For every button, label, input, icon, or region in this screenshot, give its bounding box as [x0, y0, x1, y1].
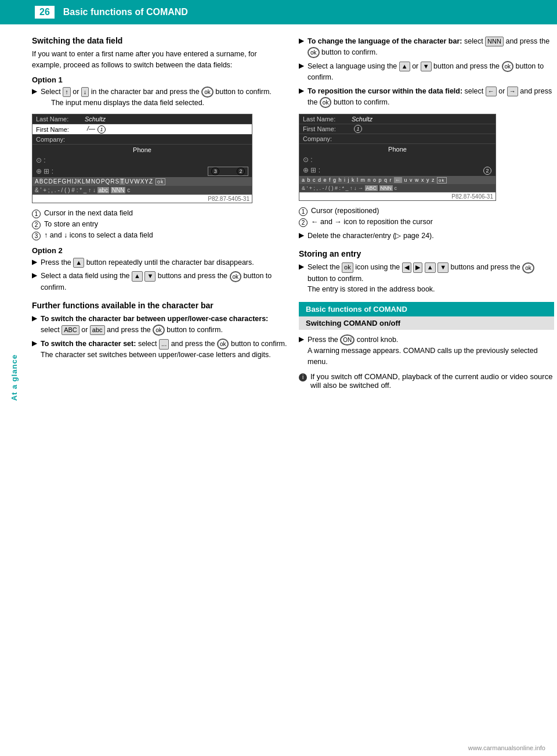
ss1-lastname-label: Last Name: [32, 114, 85, 124]
left-btn: ← [486, 87, 497, 96]
section-band: Basic functions of COMAND [299, 302, 554, 316]
ss1-caption: P82.87-5405-31 [32, 195, 252, 203]
option1-bullet1: ▶ Select ↑ or ↓ in the character bar and… [32, 87, 287, 109]
bullet-lang-text: To change the language of the character … [308, 36, 554, 58]
num-text-2: To store an entry [44, 220, 98, 229]
bullet-arrow-r1: ▶ [299, 37, 304, 45]
num-circle-r2: 2 [299, 218, 308, 227]
num2-r-circle: 2 [483, 167, 491, 175]
ss1-firstname-label: First Name: [32, 125, 85, 134]
up-btn-3: ▲ [132, 271, 143, 281]
ss2-lastname-value: Schultz [352, 116, 372, 123]
footer-url: www.carmanualsonline.info [468, 744, 545, 751]
option1-text: Select ↑ or ↓ in the character bar and p… [41, 87, 272, 109]
num-text-r1: Cursor (repositioned) [311, 207, 379, 216]
ss1-row-company: Company: [32, 135, 252, 145]
ss1-phone: Phone [32, 145, 252, 155]
abc-lower-btn: abc [90, 325, 105, 335]
num2-circle: 2 [237, 167, 245, 175]
num-circle-3: 3 [32, 232, 41, 240]
num-item-r1: 1 Cursor (repositioned) [299, 207, 554, 216]
option2-label: Option 2 [32, 246, 287, 255]
ss2-icon2: ⊕ ⊞ : [303, 166, 320, 174]
num-circle-1: 1 [32, 210, 41, 218]
ok-store-btn: ok [342, 262, 353, 272]
num-text-r2: ← and → icon to reposition the cursor [311, 218, 433, 227]
bullet-arrow-5: ▶ [32, 339, 37, 347]
option2-bullet2: ▶ Select a data field using the ▲ ▼ butt… [32, 271, 287, 293]
num3-circle-area: 3 2 [208, 167, 248, 176]
num1-r-circle: 1 [354, 125, 362, 133]
ss2-phone: Phone [299, 144, 495, 154]
bullet-lang2-text: Select a language using the ▲ or ▼ butto… [308, 61, 554, 83]
bullet-store-sub: The entry is stored in the address book. [308, 285, 435, 293]
bullet-lang: ▶ To change the language of the characte… [299, 36, 554, 58]
info-icon: i [299, 373, 307, 381]
ss1-charbar: ABCDEFGHIJKLMNOPQRSTUVWXYZ ok [32, 177, 252, 186]
ss2-icons-row2: ⊕ ⊞ : 2 [299, 165, 495, 176]
bullet-arrow-r5: ▶ [299, 262, 304, 271]
up-btn-r: ▲ [399, 62, 410, 71]
nnn-btn-1: NNN [485, 37, 504, 46]
down-store-btn: ▼ [437, 262, 449, 272]
right-btn: → [507, 87, 518, 96]
bullet-store-text: Select the ok icon using the ◀ ▶ ▲ ▼ but… [308, 262, 554, 295]
header-bar: 26 Basic functions of COMAND [0, 0, 557, 24]
ss2-charbar: a b c d e f g h i j k l m n o p q r ← u … [299, 176, 495, 184]
down-btn: ↓ [81, 87, 89, 97]
on-btn: ON [340, 334, 355, 345]
num-item-r2: 2 ← and → icon to reposition the cursor [299, 218, 554, 227]
bullet-arrow: ▶ [32, 87, 37, 95]
bullet-lang2: ▶ Select a language using the ▲ or ▼ but… [299, 61, 554, 83]
ss1-firstname-value: /— 1 [85, 124, 252, 134]
bullet-delete: ▶ Delete the character/entry (▷ page 24)… [299, 231, 554, 242]
ss2-company-label: Company: [299, 134, 352, 143]
bullet-charset: ▶ To switch the character set: select ..… [32, 339, 287, 361]
screenshot1: Last Name: Schultz First Name: /— 1 Comp… [32, 114, 252, 203]
ss1-lastname-value: Schultz [85, 116, 106, 123]
left-column: Switching the data field If you want to … [32, 36, 287, 393]
bullet-press: ▶ Press the ON control knob. A warning m… [299, 334, 554, 368]
sidebar-label: At a glance [0, 29, 28, 726]
ss1-bottom: & ' + ; , . - / ( ) # : * _ ↑ ↓ abc NNN … [32, 186, 252, 195]
ss2-lastname-label: Last Name: [299, 114, 352, 124]
section3-title: Storing an entry [299, 249, 554, 258]
bullet-charset-text: To switch the character set: select ... … [41, 339, 287, 361]
section2-title: Further functions available in the chara… [32, 301, 287, 310]
ok-btn-r2: ok [502, 61, 514, 72]
num-item-2: 2 To store an entry [32, 220, 287, 229]
page-number: 26 [35, 6, 55, 19]
header-title: Basic functions of COMAND [63, 7, 188, 17]
num-circle-r1: 1 [299, 207, 308, 216]
numbered-items-2: 1 Cursor (repositioned) 2 ← and → icon t… [299, 207, 554, 227]
num3-circle: 3 [211, 167, 219, 175]
ss1-icon1: ⊙ : [36, 156, 46, 164]
bullet-press-text: Press the ON control knob. A warning mes… [308, 334, 554, 368]
screenshot2: Last Name: Schultz First Name: 1 Company… [299, 114, 496, 201]
bullet-press-sub: A warning message appears. COMAND calls … [308, 347, 538, 366]
ss1-icons-row: ⊙ : [32, 155, 252, 165]
dots-btn: ... [159, 339, 169, 349]
left-store-btn: ◀ [402, 262, 411, 272]
up-btn: ↑ [63, 87, 71, 97]
ok-btn-r3: ok [320, 97, 332, 108]
ss2-caption: P82.87-5406-31 [299, 192, 495, 200]
num-circle-2: 2 [32, 221, 41, 229]
ss2-row-company: Company: [299, 134, 495, 144]
subsection-band: Switching COMAND on/off [299, 316, 554, 330]
ss1-icons-row2: ⊕ ⊞ : 3 2 [32, 165, 252, 177]
down-btn-3: ▼ [144, 271, 155, 281]
num-item-3: 3 ↑ and ↓ icons to select a data field [32, 231, 287, 240]
ok-btn-r5: ok [522, 262, 534, 273]
section1-intro: If you want to enter a first name after … [32, 49, 287, 71]
option1-label: Option 1 [32, 75, 287, 84]
main-content: Switching the data field If you want to … [0, 24, 557, 404]
num1-circle: 1 [97, 125, 106, 134]
bullet-repos: ▶ To reposition the cursor within the da… [299, 86, 554, 108]
num-text-1: Cursor in the next data field [44, 209, 133, 218]
right-store-btn: ▶ [413, 262, 422, 272]
ok-btn-3: ok [153, 325, 165, 336]
num-item-1: 1 Cursor in the next data field [32, 209, 287, 218]
option1-sub: The input menu displays the data field s… [41, 99, 204, 107]
right-column: ▶ To change the language of the characte… [299, 36, 554, 393]
